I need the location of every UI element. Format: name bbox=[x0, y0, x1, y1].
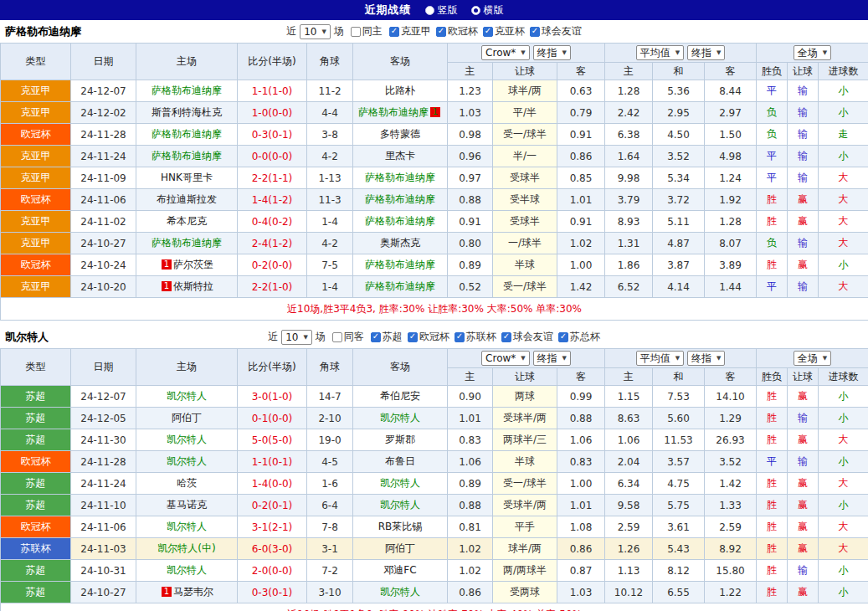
away-team[interactable]: 阿伯丁 bbox=[353, 538, 448, 560]
league-checkbox[interactable] bbox=[530, 27, 540, 37]
match-score[interactable]: 0-1(0-0) bbox=[238, 408, 307, 429]
match-score[interactable]: 6-0(3-0) bbox=[238, 538, 307, 560]
league-checkbox[interactable] bbox=[408, 332, 418, 342]
match-score[interactable]: 0-4(0-2) bbox=[238, 211, 307, 233]
match-score[interactable]: 5-0(5-0) bbox=[238, 429, 307, 451]
match-score[interactable]: 1-4(1-2) bbox=[238, 189, 307, 211]
home-team[interactable]: 希本尼克 bbox=[136, 211, 238, 233]
away-team[interactable]: 凯尔特人 bbox=[353, 582, 448, 603]
match-score[interactable]: 1-1(1-0) bbox=[238, 80, 307, 102]
league-filter[interactable]: 克亚甲 bbox=[389, 24, 431, 39]
home-team[interactable]: 阿伯丁 bbox=[136, 408, 238, 429]
away-team[interactable]: 萨格勒布迪纳摩 bbox=[353, 189, 448, 211]
avg-odds-select[interactable]: 平均值▼ bbox=[636, 45, 684, 60]
away-team[interactable]: 邓迪FC bbox=[353, 560, 448, 582]
avg-odds-select[interactable]: 平均值▼ bbox=[636, 351, 684, 366]
match-count-select[interactable]: 10▼ bbox=[300, 24, 331, 39]
match-score[interactable]: 0-3(0-1) bbox=[238, 582, 307, 603]
home-team[interactable]: 凯尔特人 bbox=[136, 386, 238, 408]
league-filter[interactable]: 欧冠杯 bbox=[436, 24, 478, 39]
league-filter[interactable]: 克亚杯 bbox=[483, 24, 525, 39]
bookmaker-select[interactable]: Crow*▼ bbox=[481, 351, 530, 366]
odds-away: 1.42 bbox=[557, 276, 605, 298]
away-team[interactable]: 布鲁日 bbox=[353, 451, 448, 473]
avg-stage-select[interactable]: 终指▼ bbox=[687, 45, 725, 60]
league-filter[interactable]: 苏联杯 bbox=[455, 330, 496, 344]
league-filter[interactable]: 欧冠杯 bbox=[408, 330, 449, 344]
home-team[interactable]: 1依斯特拉 bbox=[136, 276, 238, 298]
match-score[interactable]: 0-0(0-0) bbox=[238, 146, 307, 167]
away-team[interactable]: 多特蒙德 bbox=[353, 124, 448, 146]
away-team[interactable]: 萨格勒布迪纳摩 bbox=[353, 211, 448, 233]
away-team[interactable]: RB莱比锡 bbox=[353, 516, 448, 538]
home-team[interactable]: 哈茨 bbox=[136, 473, 238, 495]
home-team[interactable]: 凯尔特人 bbox=[136, 429, 238, 451]
same-venue-filter[interactable]: 同客 bbox=[332, 330, 364, 344]
away-team[interactable]: 凯尔特人 bbox=[353, 473, 448, 495]
home-team[interactable]: 斯普利特海杜克 bbox=[136, 102, 238, 124]
team-name: 凯尔特人 bbox=[167, 564, 207, 576]
match-score[interactable]: 0-3(0-1) bbox=[238, 124, 307, 146]
home-team[interactable]: 凯尔特人(中) bbox=[136, 538, 238, 560]
home-team[interactable]: 萨格勒布迪纳摩 bbox=[136, 80, 238, 102]
away-team[interactable]: 里杰卡 bbox=[353, 146, 448, 167]
home-team[interactable]: HNK哥里卡 bbox=[136, 167, 238, 189]
bookmaker-select[interactable]: Crow*▼ bbox=[481, 45, 530, 60]
match-score[interactable]: 2-0(0-0) bbox=[238, 560, 307, 582]
league-filter[interactable]: 球会友谊 bbox=[501, 330, 553, 344]
scope-select[interactable]: 全场▼ bbox=[794, 45, 831, 60]
away-team[interactable]: 奥斯杰克 bbox=[353, 233, 448, 254]
away-team[interactable]: 罗斯郡 bbox=[353, 429, 448, 451]
match-score[interactable]: 1-0(0-0) bbox=[238, 102, 307, 124]
home-team[interactable]: 萨格勒布迪纳摩 bbox=[136, 233, 238, 254]
league-filter[interactable]: 苏超 bbox=[371, 330, 403, 344]
scope-select[interactable]: 全场▼ bbox=[794, 351, 831, 366]
radio-icon[interactable] bbox=[471, 6, 480, 15]
league-checkbox[interactable] bbox=[558, 332, 568, 342]
home-team[interactable]: 1马瑟韦尔 bbox=[136, 582, 238, 603]
league-checkbox[interactable] bbox=[455, 332, 465, 342]
away-team[interactable]: 比路朴 bbox=[353, 80, 448, 102]
same-venue-filter[interactable]: 同主 bbox=[351, 24, 383, 39]
match-score[interactable]: 3-0(1-0) bbox=[238, 386, 307, 408]
match-score[interactable]: 1-4(0-0) bbox=[238, 473, 307, 495]
home-team[interactable]: 萨格勒布迪纳摩 bbox=[136, 146, 238, 167]
avg-stage-select[interactable]: 终指▼ bbox=[687, 351, 725, 366]
match-score[interactable]: 3-1(2-1) bbox=[238, 516, 307, 538]
match-score[interactable]: 2-2(1-1) bbox=[238, 167, 307, 189]
layout-radio-vertical[interactable]: 竖版 bbox=[425, 3, 458, 18]
away-team[interactable]: 萨格勒布迪纳摩 bbox=[353, 254, 448, 276]
odds-stage-select[interactable]: 终指▼ bbox=[533, 45, 571, 60]
league-checkbox[interactable] bbox=[436, 27, 446, 37]
league-filter[interactable]: 球会友谊 bbox=[530, 24, 582, 39]
league-checkbox[interactable] bbox=[501, 332, 511, 342]
home-team[interactable]: 萨格勒布迪纳摩 bbox=[136, 124, 238, 146]
match-score[interactable]: 1-1(0-1) bbox=[238, 451, 307, 473]
same-venue-checkbox[interactable] bbox=[351, 27, 361, 37]
match-score[interactable]: 2-4(1-2) bbox=[238, 233, 307, 254]
match-count-select[interactable]: 10▼ bbox=[281, 330, 312, 345]
match-score[interactable]: 0-2(0-1) bbox=[238, 495, 307, 516]
away-team[interactable]: 萨格勒布迪纳摩 bbox=[353, 167, 448, 189]
radio-icon[interactable] bbox=[425, 6, 434, 15]
away-team[interactable]: 凯尔特人 bbox=[353, 495, 448, 516]
home-team[interactable]: 基马诺克 bbox=[136, 495, 238, 516]
league-filter[interactable]: 苏总杯 bbox=[558, 330, 600, 344]
league-checkbox[interactable] bbox=[483, 27, 493, 37]
away-team[interactable]: 萨格勒布迪纳摩1 bbox=[353, 102, 448, 124]
home-team[interactable]: 1萨尔茨堡 bbox=[136, 254, 238, 276]
home-team[interactable]: 凯尔特人 bbox=[136, 516, 238, 538]
league-checkbox[interactable] bbox=[371, 332, 381, 342]
home-team[interactable]: 凯尔特人 bbox=[136, 560, 238, 582]
same-venue-checkbox[interactable] bbox=[332, 332, 342, 342]
layout-radio-horizontal[interactable]: 横版 bbox=[471, 3, 504, 18]
away-team[interactable]: 萨格勒布迪纳摩 bbox=[353, 276, 448, 298]
match-score[interactable]: 0-2(0-0) bbox=[238, 254, 307, 276]
away-team[interactable]: 凯尔特人 bbox=[353, 408, 448, 429]
match-score[interactable]: 2-2(1-0) bbox=[238, 276, 307, 298]
home-team[interactable]: 布拉迪斯拉发 bbox=[136, 189, 238, 211]
away-team[interactable]: 希伯尼安 bbox=[353, 386, 448, 408]
home-team[interactable]: 凯尔特人 bbox=[136, 451, 238, 473]
odds-stage-select[interactable]: 终指▼ bbox=[533, 351, 571, 366]
league-checkbox[interactable] bbox=[389, 27, 399, 37]
